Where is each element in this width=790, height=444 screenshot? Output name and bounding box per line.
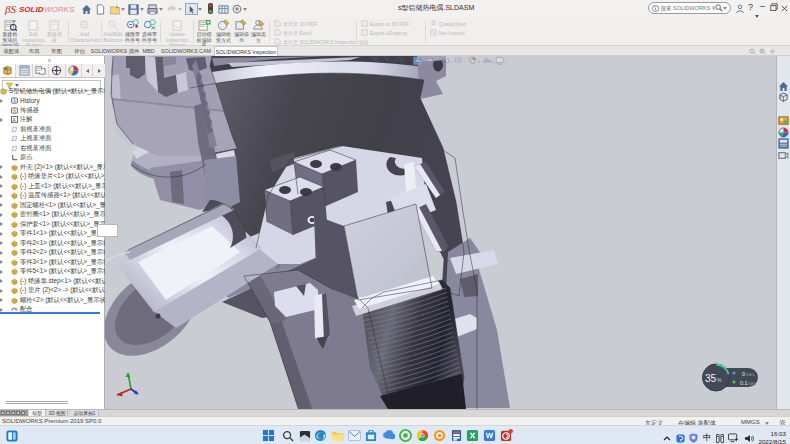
svg-text:KB/s: KB/s [746, 372, 754, 377]
svg-text:SOLID: SOLID [19, 5, 44, 14]
svg-text:0: 0 [742, 371, 745, 377]
svg-text:A: A [12, 117, 16, 123]
svg-text:%: % [717, 377, 722, 383]
svg-text:WORKS: WORKS [44, 5, 75, 14]
svg-text:βS: βS [4, 3, 16, 15]
svg-text:KB/s: KB/s [748, 381, 756, 386]
svg-text:35: 35 [705, 373, 717, 384]
svg-text:0.1: 0.1 [740, 380, 748, 386]
